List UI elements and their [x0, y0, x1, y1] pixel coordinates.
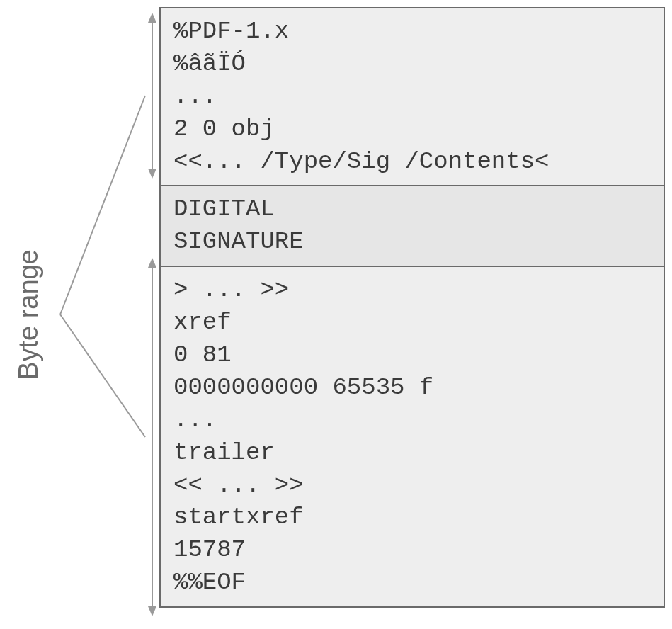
svg-line-2 [60, 96, 145, 314]
pdf-structure-box: %PDF-1.x %âãÏÓ ... 2 0 obj <<... /Type/S… [159, 7, 665, 608]
digital-signature-section: DIGITAL SIGNATURE [161, 185, 664, 267]
byte-range-label: Byte range [13, 249, 44, 380]
svg-line-3 [60, 314, 145, 437]
pdf-header-body-section: %PDF-1.x %âãÏÓ ... 2 0 obj <<... /Type/S… [161, 8, 664, 185]
byte-range-bracket [53, 7, 159, 622]
pdf-xref-trailer-section: > ... >> xref 0 81 0000000000 65535 f ..… [161, 267, 664, 606]
